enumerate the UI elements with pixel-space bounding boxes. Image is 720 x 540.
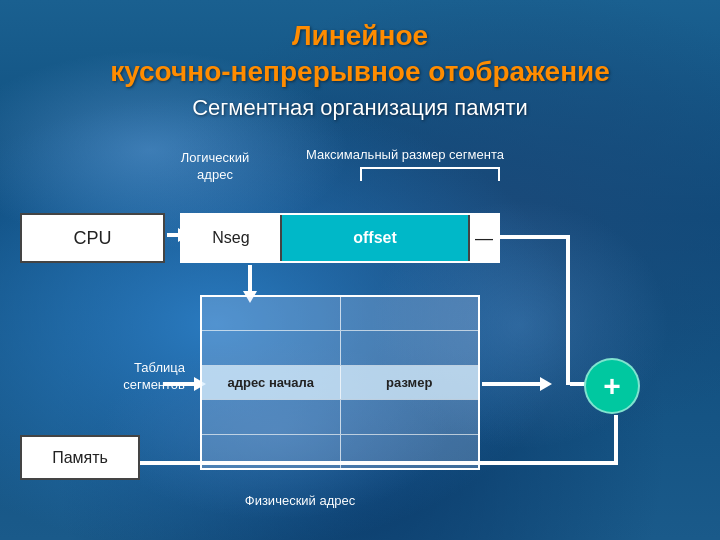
nseg-field: Nseg [182,215,282,261]
table-row [202,297,478,331]
table-cell [341,331,479,364]
table-cell [202,297,341,330]
plus-operator: + [584,358,640,414]
max-size-bracket [360,167,500,181]
label-segment-table: Таблица сегментов [100,360,185,394]
dash-separator: — [468,215,498,261]
size-cell: размер [341,366,479,399]
main-content: Линейное кусочно-непрерывное отображение… [0,0,720,540]
table-cell [341,297,479,330]
line-plus-down [614,415,618,465]
title-line1: Линейное кусочно-непрерывное отображение [0,0,720,91]
diagram-area: Логический адрес Максимальный размер сег… [0,145,720,525]
arrow-table-to-plus [482,382,544,386]
line-addr-right [500,235,570,239]
logical-address-box: Nseg offset — [180,213,500,263]
table-cell [202,400,341,433]
cpu-box: CPU [20,213,165,263]
label-logical-address: Логический адрес [175,150,255,184]
table-row [202,331,478,365]
table-cell [341,400,479,433]
offset-field: offset [282,215,468,261]
line-right-down [566,235,570,385]
label-max-segment-size: Максимальный размер сегмента [305,147,505,162]
line-physical-address [80,461,618,465]
label-physical-address: Физический адрес [220,493,380,508]
memory-box: Память [20,435,140,480]
table-row [202,400,478,434]
segment-table: адрес начала размер [200,295,480,470]
title-subtitle: Сегментная организация памяти [0,95,720,121]
start-address-cell: адрес начала [202,366,341,399]
table-row-highlighted: адрес начала размер [202,366,478,400]
table-cell [202,331,341,364]
arrow-nseg-to-table [248,265,252,295]
